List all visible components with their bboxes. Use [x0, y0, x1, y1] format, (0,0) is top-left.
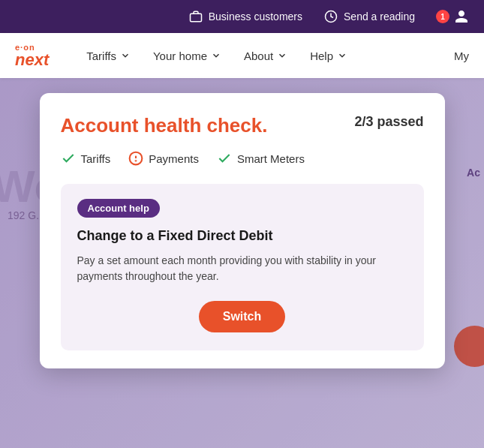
inner-card-title: Change to a Fixed Direct Debit [77, 228, 407, 244]
chevron-down-icon [211, 50, 221, 61]
chevron-down-icon [277, 50, 287, 61]
health-check-card: Account health check. 2/3 passed Tariffs… [40, 93, 445, 368]
health-item-payments-label: Payments [149, 152, 199, 165]
health-item-payments: Payments [128, 151, 199, 166]
svg-rect-0 [190, 14, 201, 22]
switch-button[interactable]: Switch [199, 301, 286, 332]
warning-icon [128, 151, 143, 166]
health-item-smart-meters-label: Smart Meters [237, 152, 305, 165]
health-check-title: Account health check. [61, 114, 268, 137]
nav-about[interactable]: About [244, 50, 287, 62]
health-check-score: 2/3 passed [354, 114, 423, 130]
meter-icon [323, 9, 338, 24]
modal-overlay: Account health check. 2/3 passed Tariffs… [0, 78, 484, 448]
health-check-items: Tariffs Payments Smart Meters [61, 151, 424, 166]
health-item-tariffs-label: Tariffs [81, 152, 111, 165]
logo[interactable]: e·on next [15, 44, 49, 68]
notification-badge: 1 [436, 10, 449, 23]
health-check-header: Account health check. 2/3 passed [61, 114, 424, 137]
nav-your-home[interactable]: Your home [153, 50, 221, 62]
health-item-tariffs: Tariffs [61, 151, 111, 166]
health-item-smart-meters: Smart Meters [217, 151, 305, 166]
check-icon [217, 151, 232, 166]
briefcase-icon [188, 9, 203, 24]
nav-help[interactable]: Help [310, 50, 347, 62]
send-reading-link[interactable]: Send a reading [323, 9, 415, 24]
inner-card-description: Pay a set amount each month providing yo… [77, 253, 407, 284]
chevron-down-icon [337, 50, 347, 61]
nav-bar: e·on next Tariffs Your home About Help M… [0, 33, 484, 78]
chevron-down-icon [120, 50, 131, 61]
top-bar: Business customers Send a reading 1 [0, 0, 484, 33]
svg-point-4 [136, 161, 137, 161]
inner-card: Account help Change to a Fixed Direct De… [61, 184, 424, 350]
notification-area[interactable]: 1 [436, 9, 469, 24]
check-icon [61, 151, 76, 166]
account-icon [454, 9, 469, 24]
business-customers-link[interactable]: Business customers [188, 9, 302, 24]
nav-my[interactable]: My [454, 50, 469, 62]
logo-next: next [15, 52, 49, 68]
nav-tariffs[interactable]: Tariffs [86, 50, 131, 62]
account-help-badge: Account help [77, 199, 160, 218]
